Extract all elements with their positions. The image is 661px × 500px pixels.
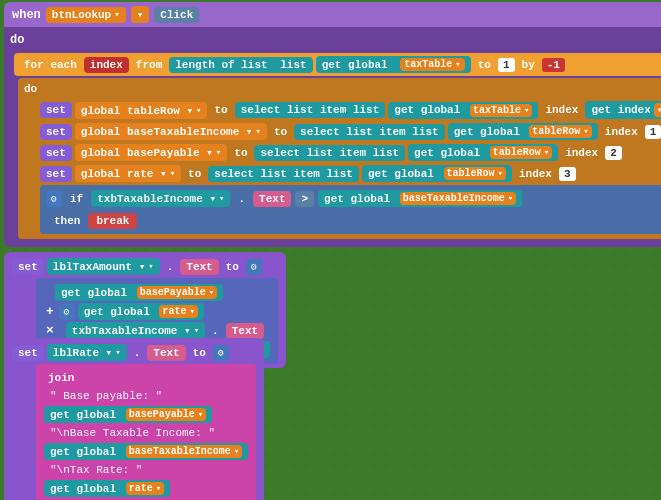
get-tablerow-4: get global tableRow <box>362 165 512 182</box>
lblrate-var[interactable]: lblRate ▾ <box>47 344 127 361</box>
if-right: get global baseTaxableIncome <box>318 190 522 207</box>
length-pill: length of list list <box>169 57 312 73</box>
join-get-basepayable: get global basePayable <box>44 406 212 423</box>
tax-expr-row3: × txbTaxableIncome ▾ . Text <box>44 322 270 339</box>
join-row-1: " Base payable: " <box>44 388 248 404</box>
join-row-4: get global baseTaxableIncome <box>44 443 248 460</box>
foreach-block: for each index from length of list list … <box>14 53 661 76</box>
basetaxableincome-var[interactable]: global baseTaxableIncome ▾ <box>75 123 267 140</box>
plus-gear-icon[interactable]: ⚙ <box>59 304 75 320</box>
get-taxtable-1: get global taxTable <box>388 102 538 119</box>
do-outer: do for each index from length of list li… <box>4 27 661 247</box>
workspace: when btnLookup ▾ Click do for each index… <box>0 0 661 500</box>
if-block: ⚙ if txbTaxableIncome ▾ . Text > get glo… <box>40 185 661 234</box>
do-inner: do set global tableRow ▾ to select list … <box>18 78 661 239</box>
tax-expr-row2: + ⚙ get global rate <box>44 303 270 320</box>
event-source-pill[interactable]: btnLookup <box>46 7 126 23</box>
select-list-2: select list item list <box>294 124 445 140</box>
set-row-basepayable: set global basePayable ▾ to select list … <box>40 143 661 162</box>
if-op: > <box>295 191 314 207</box>
set-label-2: set <box>40 124 72 140</box>
do-label: do <box>10 31 661 51</box>
set-lblrate-header: set lblRate ▾ . Text to ⚙ <box>12 344 256 361</box>
do2-label: do <box>24 81 661 98</box>
join-get-rate: get global rate <box>44 480 170 497</box>
mul-op: × <box>44 323 56 338</box>
txb-text-prop: Text <box>226 323 264 339</box>
select-list-4: select list item list <box>208 166 359 182</box>
set-lbl-2: set <box>12 345 44 361</box>
lbltaxamount-prop: Text <box>180 259 218 275</box>
when-block: when btnLookup ▾ Click <box>4 2 661 27</box>
set-lbltaxamount-header: set lblTaxAmount ▾ . Text to ⚙ <box>12 258 278 275</box>
lbltaxamount-var[interactable]: lblTaxAmount ▾ <box>47 258 160 275</box>
rate-var[interactable]: global rate ▾ <box>75 165 181 182</box>
join-label-row: join <box>44 370 248 386</box>
plus-op: + <box>44 304 56 319</box>
set-label-3: set <box>40 145 72 161</box>
get-rate: get global rate <box>78 303 204 320</box>
to-val: 1 <box>498 58 515 72</box>
get-table-pill: get global taxTable <box>316 56 471 73</box>
then-row: then break <box>46 211 661 231</box>
join-get-basetaxableincome: get global baseTaxableIncome <box>44 443 248 460</box>
basepayable-var[interactable]: global basePayable ▾ <box>75 144 227 161</box>
set-lbl-1: set <box>12 259 44 275</box>
by-val: -1 <box>542 58 565 72</box>
index-val-4: 3 <box>559 167 576 181</box>
set-row-tablerow: set global tableRow ▾ to select list ite… <box>40 100 661 120</box>
tax-expr-row1: get global basePayable <box>44 284 270 301</box>
join-str-1: " Base payable: " <box>44 388 168 404</box>
join-row-2: get global basePayable <box>44 406 248 423</box>
event-pill: ▾ <box>131 6 150 23</box>
if-gear-icon[interactable]: ⚙ <box>46 191 62 207</box>
join-str-2: "\nBase Taxable Income: " <box>44 425 221 441</box>
set-row-rate: set global rate ▾ to select list item li… <box>40 164 661 183</box>
index-val-3: 2 <box>605 146 622 160</box>
tablerow-var[interactable]: global tableRow ▾ <box>75 102 208 119</box>
get-basepayable: get global basePayable <box>55 284 223 301</box>
main-block: when btnLookup ▾ Click do for each index… <box>4 2 661 247</box>
get-tablerow-3: get global tableRow <box>408 144 558 161</box>
get-tablerow-2: get global tableRow <box>448 123 598 140</box>
then-label: then <box>50 213 84 229</box>
join-row-3: "\nBase Taxable Income: " <box>44 425 248 441</box>
event-type-pill: Click <box>154 7 199 23</box>
join-str-3: "\nTax Rate: " <box>44 462 148 478</box>
set-label-1: set <box>40 102 72 118</box>
join-row-5: "\nTax Rate: " <box>44 462 248 478</box>
when-label: when <box>12 8 41 22</box>
index-var[interactable]: index <box>84 57 129 73</box>
set-gear-icon-1[interactable]: ⚙ <box>246 259 262 275</box>
set-label-4: set <box>40 166 72 182</box>
if-left-var[interactable]: txbTaxableIncome ▾ <box>91 190 230 207</box>
join-block: join " Base payable: " get global basePa… <box>36 364 256 500</box>
set-row-basetaxableincome: set global baseTaxableIncome ▾ to select… <box>40 122 661 141</box>
set-lblrate-block: set lblRate ▾ . Text to ⚙ join " Base pa… <box>4 338 264 500</box>
break-pill: break <box>88 213 137 229</box>
select-list-3: select list item list <box>254 145 405 161</box>
txb-taxableincome[interactable]: txbTaxableIncome ▾ <box>66 322 205 339</box>
set-gear-icon-2[interactable]: ⚙ <box>213 345 229 361</box>
lblrate-prop: Text <box>147 345 185 361</box>
select-list-1: select list item list <box>235 102 386 118</box>
join-row-6: get global rate <box>44 480 248 497</box>
get-index-1: get index ▾ <box>585 101 661 119</box>
if-left-prop: Text <box>253 191 291 207</box>
index-val-2: 1 <box>645 125 661 139</box>
